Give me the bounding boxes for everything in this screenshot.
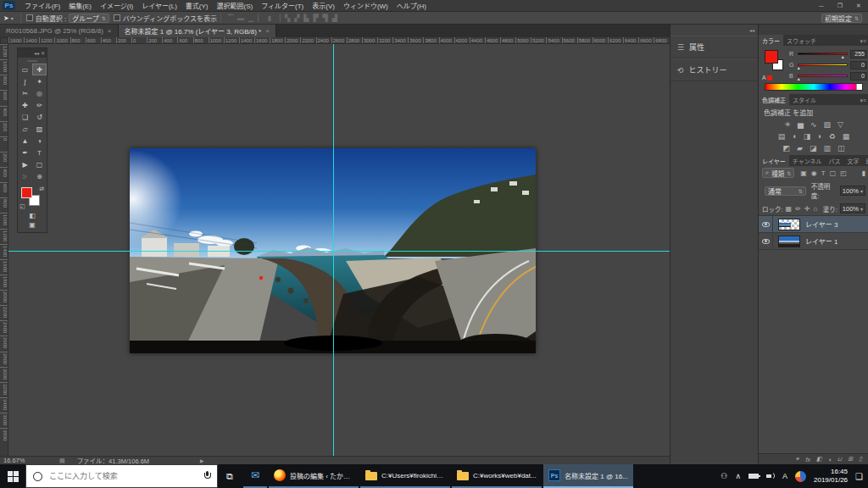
menu-item[interactable]: ファイル(F): [20, 1, 64, 10]
blend-mode-dropdown[interactable]: 通常 ⇅: [765, 186, 806, 196]
panel-tab[interactable]: カラー: [759, 35, 783, 46]
menu-item[interactable]: 書式(Y): [181, 1, 213, 10]
lock-transparency-icon[interactable]: ▦: [786, 205, 793, 213]
distribute-top-icon[interactable]: ▚: [285, 14, 290, 22]
mail-app-button[interactable]: ✉: [243, 464, 267, 488]
align-bottom-edges-icon[interactable]: ▁: [248, 14, 253, 22]
align-vertical-centers-icon[interactable]: ▬: [237, 14, 244, 22]
history-brush-tool[interactable]: ↺: [32, 111, 47, 123]
document-tab[interactable]: R0010568.JPG @ 25% (RGB/8) ×: [0, 25, 119, 37]
panel-tab[interactable]: 段落: [863, 155, 868, 166]
lock-image-icon[interactable]: ✏: [795, 205, 801, 213]
shape-layer-filter-icon[interactable]: ▢: [830, 169, 837, 177]
crop-tool[interactable]: ✂: [18, 87, 32, 99]
clock[interactable]: 16:45 2019/01/26: [814, 468, 848, 485]
panel-tab[interactable]: チャンネル: [789, 155, 826, 166]
path-selection-tool[interactable]: ▶: [18, 158, 32, 170]
quick-mask-button[interactable]: ◧: [29, 211, 36, 220]
color-slider[interactable]: R ▲ 255: [789, 48, 867, 59]
color-slider[interactable]: B ▲ 0: [789, 70, 867, 81]
default-colors-icon[interactable]: ◱: [19, 203, 25, 210]
threshold-icon[interactable]: ◪: [810, 144, 817, 152]
channel-mixer-icon[interactable]: ♻: [829, 132, 836, 141]
ruler-origin-box[interactable]: [0, 37, 8, 44]
task-view-button[interactable]: ⧉: [218, 464, 242, 488]
clone-stamp-tool[interactable]: ❏: [18, 111, 32, 123]
close-icon[interactable]: ✕: [41, 50, 45, 56]
delete-layer-icon[interactable]: ▯: [859, 456, 862, 463]
taskbar-search[interactable]: [25, 464, 218, 488]
battery-icon[interactable]: [748, 474, 759, 479]
hue-saturation-icon[interactable]: ▤: [778, 132, 786, 141]
screen-mode-button[interactable]: ▣: [29, 220, 36, 230]
panel-tab[interactable]: 色調補正: [759, 94, 789, 105]
panel-tab[interactable]: 文字: [844, 155, 863, 166]
align-right-edges-icon[interactable]: ▕: [275, 14, 281, 22]
layer-thumbnail[interactable]: [778, 219, 800, 230]
exposure-icon[interactable]: ▧: [824, 120, 832, 129]
pen-tool[interactable]: ✒: [18, 147, 32, 158]
channel-value[interactable]: 0: [850, 72, 867, 80]
new-group-icon[interactable]: ⊔: [837, 456, 842, 463]
dodge-tool[interactable]: ◑: [32, 135, 47, 147]
collapse-dock-icon[interactable]: ◂◂: [749, 27, 754, 33]
collapse-panel-icon[interactable]: ◂◂: [34, 50, 39, 56]
channel-value[interactable]: 255: [850, 50, 867, 58]
menu-item[interactable]: ヘルプ(H): [392, 1, 431, 10]
opacity-field[interactable]: 100% ▾: [840, 186, 865, 196]
layer-row[interactable]: レイヤー 1: [759, 233, 868, 250]
channel-value[interactable]: 0: [850, 61, 867, 69]
brightness-contrast-icon[interactable]: ☀: [784, 120, 791, 129]
link-layers-icon[interactable]: ⚭: [795, 456, 800, 463]
color-spectrum-ramp[interactable]: [765, 83, 863, 91]
people-icon[interactable]: ⚇: [721, 472, 727, 480]
action-center-icon[interactable]: ❏: [855, 472, 863, 481]
filter-toggle-icon[interactable]: ▮: [862, 169, 865, 177]
canvas-area[interactable]: ◂◂ ✕ ▭✛ʃ✦✂◎✚✏❏↺▱▨▲◑✒T▶▢☞⊕ ⇄ ◱ ◧ ▣: [8, 44, 670, 456]
add-layer-mask-icon[interactable]: ◧: [816, 456, 822, 463]
auto-align-icon[interactable]: ▟: [332, 14, 337, 22]
speaker-icon[interactable]: [766, 473, 775, 480]
swap-colors-icon[interactable]: ⇄: [39, 186, 44, 192]
menu-item[interactable]: ウィンドウ(W): [339, 1, 392, 10]
gradient-tool[interactable]: ▨: [32, 123, 47, 135]
blur-tool[interactable]: ▲: [18, 135, 32, 147]
invert-icon[interactable]: ◩: [783, 144, 791, 152]
close-button[interactable]: ✕: [849, 0, 868, 12]
eraser-tool[interactable]: ▱: [18, 123, 32, 135]
color-balance-icon[interactable]: ◖: [792, 132, 796, 141]
gamut-warning-icon[interactable]: A: [762, 75, 772, 80]
lock-all-icon[interactable]: ⌂: [814, 205, 818, 213]
vertical-guide[interactable]: [333, 44, 334, 456]
menu-item[interactable]: 編集(E): [64, 1, 96, 10]
align-top-edges-icon[interactable]: ▔: [228, 14, 233, 22]
menu-item[interactable]: レイヤー(L): [137, 1, 181, 10]
vibrance-icon[interactable]: ▽: [837, 120, 843, 129]
minimize-button[interactable]: ─: [812, 0, 831, 12]
tool-preset-picker[interactable]: ➤ ▾: [0, 14, 17, 22]
restore-button[interactable]: ❐: [831, 0, 849, 12]
layer-name[interactable]: レイヤー 1: [805, 236, 837, 246]
layer-row[interactable]: レイヤー 3: [759, 216, 868, 233]
firefox-window-button[interactable]: 投稿の編集 ‹ たかな...: [269, 464, 359, 488]
hand-tool[interactable]: ☞: [18, 170, 32, 182]
posterize-icon[interactable]: ▰: [797, 144, 803, 152]
panel-grip[interactable]: [18, 58, 47, 64]
layer-name[interactable]: レイヤー 3: [805, 219, 837, 229]
type-layer-filter-icon[interactable]: T: [821, 169, 826, 177]
vertical-ruler[interactable]: 1200100080060040020002004006008001000120…: [0, 44, 8, 456]
align-horizontal-centers-icon[interactable]: ▮: [267, 14, 270, 22]
layer-visibility-toggle[interactable]: [759, 216, 773, 232]
photoshop-window-button[interactable]: Ps 名称未設定 1 @ 16...: [543, 464, 633, 488]
horizontal-ruler[interactable]: 1600140012001000800600400200020040060080…: [8, 37, 670, 44]
explorer-window-button-2[interactable]: C:¥works¥web¥dat...: [452, 464, 542, 488]
menu-item[interactable]: 表示(V): [308, 1, 339, 10]
pixel-layer-filter-icon[interactable]: ▣: [800, 169, 807, 177]
close-icon[interactable]: ×: [265, 27, 270, 35]
start-button[interactable]: [0, 464, 25, 488]
align-left-edges-icon[interactable]: ▏: [258, 14, 263, 22]
menu-item[interactable]: イメージ(I): [96, 1, 137, 10]
curves-icon[interactable]: ∿: [810, 120, 817, 129]
menu-item[interactable]: フィルター(T): [257, 1, 308, 10]
distribute-horizontal-icon[interactable]: ▜: [323, 14, 328, 22]
